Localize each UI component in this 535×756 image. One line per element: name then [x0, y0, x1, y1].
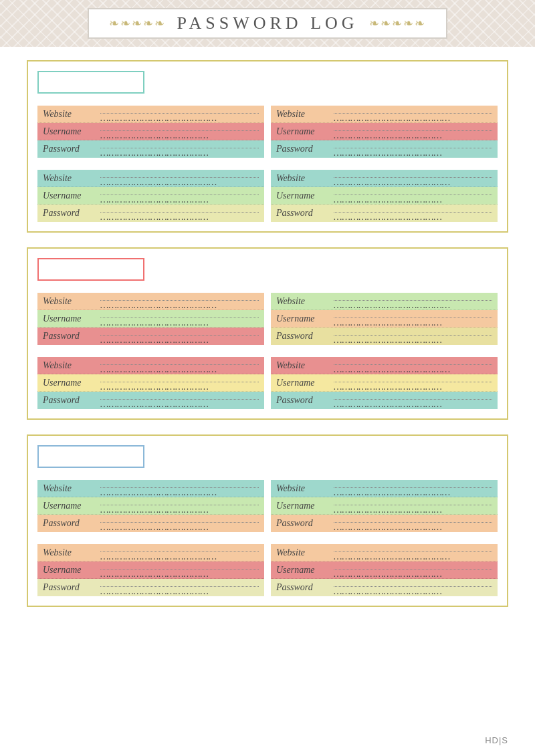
website-dots: ……………………………………	[100, 551, 259, 552]
field-password: Password …………………………………	[37, 392, 264, 409]
field-website: Website ……………………………………	[37, 293, 264, 310]
entry-s2e1: Website …………………………………… Username ………………………	[37, 293, 264, 345]
password-label: Password	[43, 395, 96, 406]
entry-s1e2: Website …………………………………… Username ………………………	[271, 106, 498, 158]
website-dots: ……………………………………	[334, 300, 492, 301]
website-label: Website	[43, 109, 96, 120]
section-3-label[interactable]	[37, 445, 144, 468]
section-3-block: Website …………………………………… Username ………………………	[27, 434, 508, 607]
footer-text: HD|S	[485, 735, 508, 745]
website-label: Website	[276, 360, 330, 371]
field-website: Website ……………………………………	[271, 106, 498, 123]
website-label: Website	[276, 296, 330, 307]
username-dots: …………………………………	[100, 130, 259, 131]
password-label: Password	[43, 144, 96, 154]
field-password: Password …………………………………	[271, 140, 498, 158]
field-website: Website ……………………………………	[271, 480, 498, 497]
website-dots: ……………………………………	[334, 113, 492, 114]
entry-s3e2: Website …………………………………… Username ………………………	[271, 480, 498, 532]
field-password: Password …………………………………	[271, 392, 498, 409]
field-password: Password …………………………………	[271, 515, 498, 532]
website-label: Website	[43, 360, 96, 371]
entry-s3e4: Website …………………………………… Username ………………………	[271, 544, 498, 596]
section-1-entries-grid: Website …………………………………… Username ………………………	[37, 106, 498, 222]
page-title: Password Log	[177, 13, 358, 33]
field-password: Password …………………………………	[37, 140, 264, 158]
website-label: Website	[276, 483, 330, 494]
password-label: Password	[276, 582, 330, 593]
field-username: Username …………………………………	[37, 374, 264, 392]
password-label: Password	[43, 582, 96, 593]
website-label: Website	[43, 173, 96, 184]
website-dots: ……………………………………	[100, 300, 259, 301]
username-dots: …………………………………	[334, 130, 492, 131]
website-dots: ……………………………………	[334, 364, 492, 365]
leaf-left-decoration: ❧❧❧❧❧	[109, 16, 166, 31]
entry-s3e1: Website …………………………………… Username ………………………	[37, 480, 264, 532]
website-label: Website	[43, 483, 96, 494]
section-1-label[interactable]	[37, 71, 144, 94]
entry-s2e3: Website …………………………………… Username ………………………	[37, 357, 264, 409]
field-password: Password …………………………………	[271, 328, 498, 345]
password-label: Password	[276, 331, 330, 342]
section-3-entries-grid: Website …………………………………… Username ………………………	[37, 480, 498, 596]
username-label: Username	[276, 313, 330, 324]
password-label: Password	[43, 208, 96, 219]
website-dots: ……………………………………	[334, 177, 492, 178]
entry-s1e3: Website …………………………………… Username ………………………	[37, 170, 264, 222]
website-label: Website	[276, 173, 330, 184]
username-label: Username	[276, 191, 330, 201]
website-dots: ……………………………………	[100, 487, 259, 488]
username-dots: …………………………………	[334, 318, 492, 318]
username-label: Username	[276, 565, 330, 576]
password-label: Password	[276, 144, 330, 154]
password-dots: …………………………………	[100, 399, 259, 400]
password-dots: …………………………………	[100, 586, 259, 587]
section-1-block: Website …………………………………… Username ………………………	[27, 60, 508, 233]
header-area: ❧❧❧❧❧ Password Log ❧❧❧❧❧	[0, 0, 535, 47]
username-label: Username	[276, 378, 330, 388]
username-label: Username	[43, 378, 96, 388]
password-label: Password	[276, 518, 330, 529]
field-password: Password …………………………………	[37, 579, 264, 596]
password-label: Password	[43, 518, 96, 529]
website-dots: ……………………………………	[334, 551, 492, 552]
username-label: Username	[43, 501, 96, 511]
section-2-entries-grid: Website …………………………………… Username ………………………	[37, 293, 498, 409]
field-website: Website ……………………………………	[37, 544, 264, 561]
username-label: Username	[43, 126, 96, 137]
field-username: Username …………………………………	[37, 187, 264, 205]
password-dots: …………………………………	[334, 335, 492, 336]
field-password: Password …………………………………	[37, 205, 264, 222]
username-dots: …………………………………	[334, 569, 492, 570]
field-website: Website ……………………………………	[271, 544, 498, 561]
username-label: Username	[43, 565, 96, 576]
username-label: Username	[276, 126, 330, 137]
field-password: Password …………………………………	[271, 205, 498, 222]
username-label: Username	[276, 501, 330, 511]
footer: HD|S	[485, 735, 508, 745]
main-content: Website …………………………………… Username ………………………	[0, 47, 535, 635]
password-label: Password	[276, 395, 330, 406]
field-username: Username …………………………………	[37, 497, 264, 515]
website-dots: ……………………………………	[100, 364, 259, 365]
leaf-right-decoration: ❧❧❧❧❧	[369, 16, 426, 31]
field-password: Password …………………………………	[271, 579, 498, 596]
field-website: Website ……………………………………	[37, 480, 264, 497]
field-username: Username …………………………………	[271, 123, 498, 140]
password-label: Password	[276, 208, 330, 219]
entry-s2e4: Website …………………………………… Username ………………………	[271, 357, 498, 409]
field-username: Username …………………………………	[37, 310, 264, 328]
username-label: Username	[43, 313, 96, 324]
website-dots: ……………………………………	[100, 177, 259, 178]
username-dots: …………………………………	[100, 318, 259, 318]
field-username: Username …………………………………	[271, 497, 498, 515]
field-website: Website ……………………………………	[271, 170, 498, 187]
field-website: Website ……………………………………	[271, 293, 498, 310]
website-label: Website	[276, 109, 330, 120]
username-dots: …………………………………	[100, 382, 259, 382]
field-password: Password …………………………………	[37, 328, 264, 345]
field-username: Username …………………………………	[37, 123, 264, 140]
field-username: Username …………………………………	[37, 561, 264, 579]
section-2-label[interactable]	[37, 258, 144, 281]
